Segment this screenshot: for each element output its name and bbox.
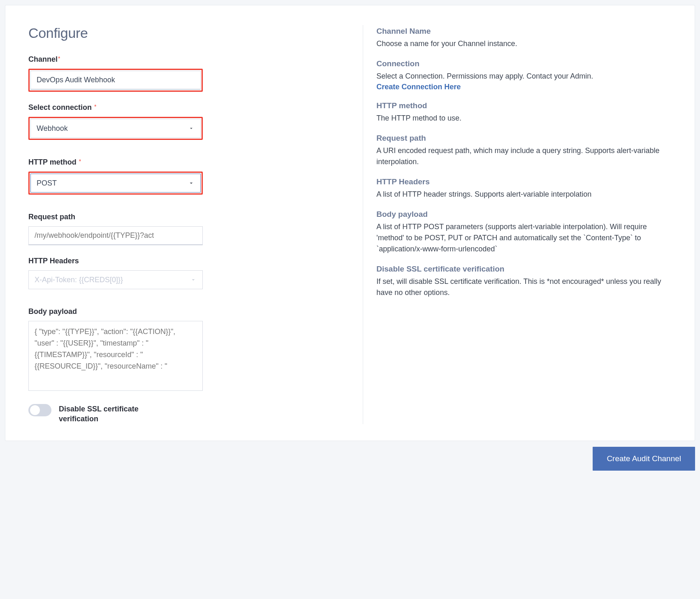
help-http-headers-title: HTTP Headers <box>376 177 672 186</box>
connection-label: Select connection * <box>28 103 343 112</box>
help-request-path-title: Request path <box>376 134 672 143</box>
help-channel-name-title: Channel Name <box>376 27 672 36</box>
disable-ssl-toggle[interactable] <box>28 404 51 416</box>
http-headers-select[interactable]: X-Api-Token: {{CREDS[0]}} <box>28 270 203 289</box>
configure-panel: Configure Channel* Select connection * W… <box>5 5 695 441</box>
required-asterisk: * <box>58 55 60 62</box>
channel-input[interactable] <box>30 71 201 90</box>
disable-ssl-label: Disable SSL certificate verification <box>59 404 166 424</box>
field-http-method: HTTP method * POST <box>28 158 343 195</box>
page-title: Configure <box>28 25 343 41</box>
help-body-payload-text: A list of HTTP POST parameters (supports… <box>376 221 672 255</box>
required-asterisk: * <box>94 103 96 110</box>
http-headers-label: HTTP Headers <box>28 257 343 265</box>
help-connection-text: Select a Connection. Permissions may app… <box>376 71 672 82</box>
help-channel-name-text: Choose a name for your Channel instance. <box>376 38 672 49</box>
field-http-headers: HTTP Headers X-Api-Token: {{CREDS[0]}} <box>28 257 343 289</box>
help-connection-title: Connection <box>376 59 672 68</box>
request-path-input[interactable] <box>28 226 203 245</box>
field-body-payload: Body payload <box>28 307 343 392</box>
field-disable-ssl: Disable SSL certificate verification <box>28 404 343 424</box>
request-path-label: Request path <box>28 213 343 221</box>
create-audit-channel-button[interactable]: Create Audit Channel <box>593 447 695 471</box>
form-column: Configure Channel* Select connection * W… <box>28 25 363 424</box>
field-channel: Channel* <box>28 55 343 92</box>
help-request-path-text: A URI encoded request path, which may in… <box>376 145 672 167</box>
channel-label: Channel* <box>28 55 343 64</box>
required-asterisk: * <box>79 158 81 165</box>
help-http-method-text: The HTTP method to use. <box>376 113 672 124</box>
help-disable-ssl-text: If set, will disable SSL certificate ver… <box>376 276 672 298</box>
create-connection-link[interactable]: Create Connection Here <box>376 83 461 91</box>
chevron-down-icon <box>188 125 195 132</box>
help-http-method-title: HTTP method <box>376 101 672 110</box>
body-payload-label: Body payload <box>28 307 343 316</box>
toggle-knob <box>30 405 40 415</box>
field-request-path: Request path <box>28 213 343 245</box>
help-disable-ssl-title: Disable SSL certificate verification <box>376 265 672 274</box>
help-http-headers-text: A list of HTTP header strings. Supports … <box>376 189 672 200</box>
field-connection: Select connection * Webhook <box>28 103 343 140</box>
chevron-down-icon <box>190 276 197 283</box>
help-column: Channel Name Choose a name for your Chan… <box>363 25 672 424</box>
http-method-select[interactable]: POST <box>30 174 201 193</box>
footer: Create Audit Channel <box>5 447 695 471</box>
connection-select[interactable]: Webhook <box>30 119 201 138</box>
help-body-payload-title: Body payload <box>376 210 672 219</box>
body-payload-textarea[interactable] <box>28 321 203 391</box>
chevron-down-icon <box>188 180 195 186</box>
http-method-label: HTTP method * <box>28 158 343 167</box>
